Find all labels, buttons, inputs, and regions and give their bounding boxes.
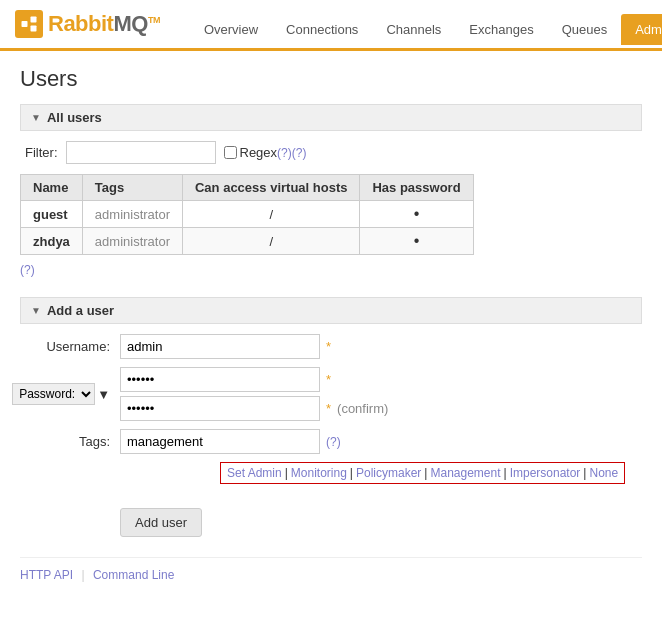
tag-management-button[interactable]: Management <box>430 466 500 480</box>
tag-set-admin-button[interactable]: Set Admin <box>227 466 282 480</box>
add-user-section-header: ▼ Add a user <box>20 297 642 324</box>
col-virtual-hosts: Can access virtual hosts <box>182 175 359 201</box>
regex-label: Regex <box>240 145 278 160</box>
col-has-password: Has password <box>360 175 473 201</box>
regex-help1-link[interactable]: (?) <box>277 146 292 160</box>
user-tags: administrator <box>82 228 182 255</box>
command-line-link[interactable]: Command Line <box>93 568 174 582</box>
password-required-star: * <box>326 372 331 387</box>
nav-channels[interactable]: Channels <box>372 14 455 45</box>
password-input[interactable] <box>120 367 320 392</box>
logo-tm: TM <box>148 15 160 25</box>
page-title: Users <box>20 66 642 92</box>
add-user-section: ▼ Add a user Username: * Password: ▼ * <box>20 297 642 537</box>
table-row: guestadministrator/• <box>21 201 474 228</box>
tag-policymaker-button[interactable]: Policymaker <box>356 466 421 480</box>
add-user-button[interactable]: Add user <box>120 508 202 537</box>
add-user-collapse-arrow-icon[interactable]: ▼ <box>31 305 41 316</box>
tags-label: Tags: <box>20 434 120 449</box>
tags-row: Tags: (?) <box>20 429 642 454</box>
tag-buttons-container: Set Admin | Monitoring | Policymaker | M… <box>220 462 625 484</box>
nav-connections[interactable]: Connections <box>272 14 372 45</box>
http-api-link[interactable]: HTTP API <box>20 568 73 582</box>
password-row: Password: ▼ * * (confirm) <box>20 367 642 421</box>
username-label: Username: <box>20 339 120 354</box>
user-tags: administrator <box>82 201 182 228</box>
table-row: zhdyaadministrator/• <box>21 228 474 255</box>
password-confirm-input[interactable] <box>120 396 320 421</box>
tags-help-link[interactable]: (?) <box>326 435 341 449</box>
collapse-arrow-icon[interactable]: ▼ <box>31 112 41 123</box>
user-virtual-hosts: / <box>182 201 359 228</box>
user-name[interactable]: guest <box>21 201 83 228</box>
user-name[interactable]: zhdya <box>21 228 83 255</box>
password-type-select[interactable]: Password: <box>12 383 95 405</box>
regex-checkbox-group: Regex (?) (?) <box>224 145 307 160</box>
all-users-section-header: ▼ All users <box>20 104 642 131</box>
logo: RabbitMQTM <box>15 10 160 38</box>
footer-separator: | <box>81 568 84 582</box>
nav-overview[interactable]: Overview <box>190 14 272 45</box>
user-has-password: • <box>360 201 473 228</box>
user-virtual-hosts: / <box>182 228 359 255</box>
tags-input[interactable] <box>120 429 320 454</box>
tag-monitoring-button[interactable]: Monitoring <box>291 466 347 480</box>
password-confirm-required-star: * <box>326 401 331 416</box>
col-tags: Tags <box>82 175 182 201</box>
nav-admin[interactable]: Admin <box>621 14 662 45</box>
main-nav: Overview Connections Channels Exchanges … <box>190 14 662 45</box>
svg-rect-2 <box>31 26 37 32</box>
filter-label: Filter: <box>25 145 58 160</box>
logo-icon <box>15 10 43 38</box>
filter-row: Filter: Regex (?) (?) <box>20 141 642 164</box>
password-label-group: Password: ▼ <box>20 383 120 405</box>
username-row: Username: * <box>20 334 642 359</box>
svg-rect-1 <box>31 17 37 23</box>
regex-help2-link[interactable]: (?) <box>292 146 307 160</box>
footer-links: HTTP API | Command Line <box>20 557 642 582</box>
regex-checkbox[interactable] <box>224 146 237 159</box>
password-confirm-label: (confirm) <box>337 401 388 416</box>
user-has-password: • <box>360 228 473 255</box>
tag-none-button[interactable]: None <box>589 466 618 480</box>
users-table: Name Tags Can access virtual hosts Has p… <box>20 174 474 255</box>
tag-impersonator-button[interactable]: Impersonator <box>510 466 581 480</box>
col-name: Name <box>21 175 83 201</box>
svg-rect-0 <box>22 21 28 27</box>
table-help-note[interactable]: (?) <box>20 263 642 277</box>
username-input[interactable] <box>120 334 320 359</box>
filter-input[interactable] <box>66 141 216 164</box>
nav-exchanges[interactable]: Exchanges <box>455 14 547 45</box>
nav-queues[interactable]: Queues <box>548 14 622 45</box>
username-required-star: * <box>326 339 331 354</box>
